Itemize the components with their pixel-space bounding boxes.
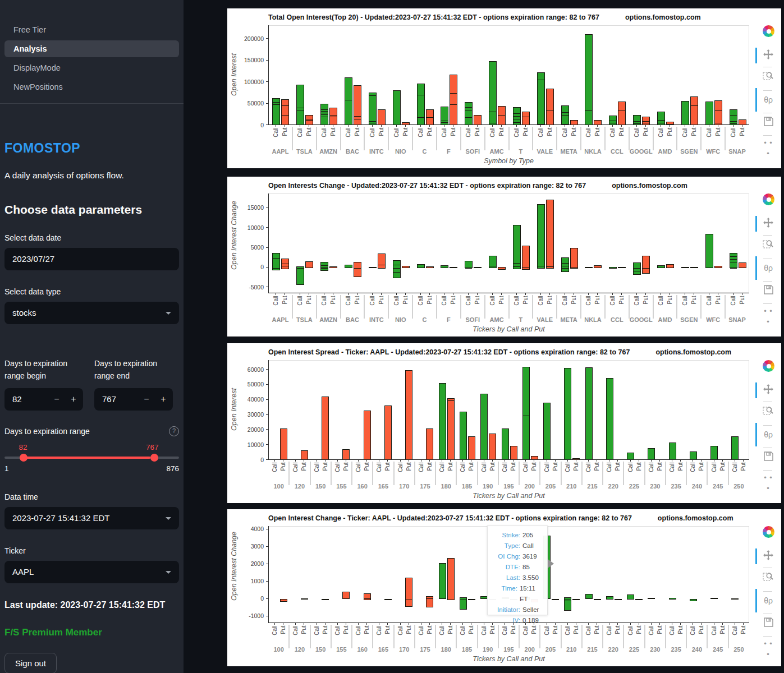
x-tick [621, 125, 622, 127]
bar-segment-divider [514, 113, 520, 114]
more-icon[interactable]: • • • [762, 472, 775, 486]
bar-put-220 [615, 599, 622, 600]
bar-put-170 [405, 370, 412, 460]
group-label-WFC: WFC [701, 148, 725, 155]
bar-call-SNAP [730, 253, 737, 268]
dte-range-slider: 82 767 1 876 [4, 444, 179, 476]
bar-put-CCL [618, 102, 626, 125]
y-tick-label: 0 [235, 595, 264, 602]
group-label-SNAP: SNAP [725, 316, 749, 323]
more-icon[interactable]: • • • [762, 638, 775, 652]
group-separator [310, 625, 311, 648]
group-separator [629, 295, 630, 319]
x-tick [621, 293, 622, 295]
y-tick-label: 4000 [235, 526, 264, 532]
hover-icon[interactable]: θρ [762, 262, 775, 275]
ticker-select[interactable]: AAPL [4, 561, 179, 583]
x-tick [672, 623, 672, 625]
hover-icon[interactable]: θρ [762, 428, 775, 442]
sign-out-button[interactable]: Sign out [4, 653, 57, 673]
bar-put-AMD [666, 264, 674, 268]
box-zoom-icon[interactable] [762, 238, 775, 252]
x-tick [477, 293, 478, 295]
bar-call-185 [460, 597, 467, 610]
save-icon[interactable] [762, 116, 775, 130]
box-zoom-icon[interactable] [762, 70, 775, 84]
x-tick [743, 459, 744, 462]
bar-call-INTC [369, 267, 377, 268]
x-tick [462, 459, 463, 462]
x-tick [540, 293, 541, 295]
group-separator [484, 127, 485, 150]
bar-segment-divider [634, 268, 640, 269]
hover-icon[interactable]: θρ [762, 94, 775, 107]
pan-icon[interactable] [762, 384, 775, 397]
nav-item-displaymode[interactable]: DisplayMode [4, 59, 179, 76]
pan-icon[interactable] [762, 550, 775, 563]
bokeh-logo[interactable] [763, 193, 774, 205]
x-tick [400, 459, 401, 462]
dte-end-input[interactable]: 767 − + [94, 388, 173, 411]
bar-sublabel-call: Call [417, 296, 423, 315]
data-time-select[interactable]: 2023-07-27 15:41:32 EDT [4, 507, 179, 529]
save-icon[interactable] [762, 284, 775, 298]
x-tick [576, 459, 576, 462]
dte-begin-input[interactable]: 82 − + [4, 388, 83, 411]
pan-icon[interactable] [762, 217, 775, 231]
bar-sublabel-put: Put [474, 127, 480, 146]
group-separator [340, 127, 341, 150]
bokeh-logo[interactable] [763, 526, 774, 538]
bar-put-165 [384, 405, 392, 460]
pan-icon[interactable] [762, 49, 775, 62]
bar-sublabel-put: Put [570, 127, 576, 146]
bar-sublabel-call: Call [731, 625, 737, 644]
bar-call-WFC [705, 102, 713, 125]
data-type-select[interactable]: stocks [4, 302, 179, 324]
more-icon[interactable]: • • • [762, 137, 775, 151]
group-label-240: 240 [686, 646, 707, 653]
group-label-SOFI: SOFI [461, 148, 485, 155]
group-separator [604, 127, 606, 150]
nav-item-newpositions[interactable]: NewPositions [4, 79, 179, 95]
modebar-separator [763, 425, 772, 426]
bar-sublabel-call: Call [369, 127, 375, 146]
chart-card-open-interest-spread: Open Interest Spread - Ticker: AAPL - Up… [227, 343, 781, 503]
group-label-230: 230 [645, 646, 666, 653]
save-icon[interactable] [762, 451, 775, 464]
group-separator [556, 295, 557, 319]
bar-sublabel-put: Put [594, 296, 600, 315]
modebar-separator [763, 135, 772, 136]
bokeh-logo[interactable] [763, 25, 774, 37]
box-zoom-icon[interactable] [762, 571, 775, 584]
bar-put-VALE [546, 200, 554, 269]
x-tick [709, 293, 709, 295]
dte-end-increment-button[interactable]: + [156, 388, 171, 411]
hover-icon[interactable]: θρ [762, 594, 775, 608]
group-label-195: 195 [498, 646, 519, 653]
slider-handle-low[interactable] [20, 454, 27, 462]
slider-handle-high[interactable] [150, 454, 158, 462]
bar-put-VALE [546, 89, 554, 125]
bokeh-logo[interactable] [763, 360, 774, 372]
bar-segment-divider [378, 265, 385, 265]
y-tick [266, 227, 268, 228]
save-icon[interactable] [762, 617, 775, 630]
box-zoom-icon[interactable] [762, 405, 775, 418]
x-tick [549, 125, 550, 127]
dte-begin-increment-button[interactable]: + [66, 388, 81, 411]
bar-put-225 [635, 599, 643, 600]
dte-end-decrement-button[interactable]: − [139, 388, 154, 411]
x-tick [317, 623, 317, 625]
nav-item-free-tier[interactable]: Free Tier [4, 21, 179, 38]
help-icon[interactable]: ? [169, 426, 179, 436]
nav-item-analysis[interactable]: Analysis [4, 40, 179, 57]
group-label-190: 190 [478, 646, 498, 653]
bar-sublabel-put: Put [489, 625, 495, 644]
date-input[interactable]: 2023/07/27 [4, 248, 179, 270]
dte-begin-decrement-button[interactable]: − [49, 388, 64, 411]
bar-sublabel-put: Put [656, 462, 662, 481]
bar-sublabel-call: Call [502, 462, 508, 481]
x-tick [372, 293, 373, 295]
more-icon[interactable]: • • • [762, 306, 775, 319]
bar-segment-divider [514, 263, 520, 264]
